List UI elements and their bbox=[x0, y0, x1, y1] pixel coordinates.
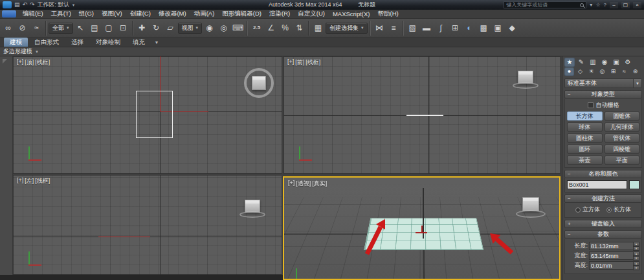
menu-customize[interactable]: 自定义(U) bbox=[294, 10, 329, 18]
ribbon-tab-populate[interactable]: 填充 bbox=[127, 38, 151, 47]
pyramid-button[interactable]: 四棱锥 bbox=[605, 145, 640, 154]
rollout-header[interactable]: − 名称和颜色 bbox=[564, 170, 642, 178]
viewport-layout-tabs[interactable] bbox=[0, 56, 13, 280]
length-field[interactable] bbox=[589, 242, 633, 250]
ribbon-tab-object-paint[interactable]: 对象绘制 bbox=[90, 38, 126, 47]
plane-button[interactable]: 平面 bbox=[605, 156, 640, 165]
mirror-icon[interactable]: ⋈ bbox=[373, 21, 386, 35]
edit-named-sets-icon[interactable]: ▦ bbox=[311, 21, 325, 35]
sphere-button[interactable]: 球体 bbox=[567, 122, 603, 132]
spinner-down-button[interactable]: ▾ bbox=[633, 246, 639, 251]
viewport-menu-shading[interactable]: [线框] bbox=[35, 177, 50, 185]
spinner-up-button[interactable]: ▴ bbox=[633, 242, 639, 246]
systems-category-icon[interactable]: ⊛ bbox=[630, 67, 640, 76]
select-and-move-icon[interactable]: ✚ bbox=[135, 21, 149, 35]
rollout-header[interactable]: + 键盘输入 bbox=[564, 220, 642, 228]
utilities-tab[interactable]: ⚙ bbox=[623, 58, 633, 67]
viewport-menu-view[interactable]: [顶] bbox=[25, 58, 34, 67]
spacewarps-category-icon[interactable]: ≈ bbox=[619, 67, 629, 76]
select-object-icon[interactable]: ↖ bbox=[74, 21, 87, 35]
box-button[interactable]: 长方体 bbox=[567, 111, 603, 121]
object-name-field[interactable] bbox=[567, 180, 627, 189]
render-setup-icon[interactable]: ▩ bbox=[477, 21, 491, 35]
radio-selected-icon[interactable] bbox=[606, 207, 612, 213]
viewport-perspective-active[interactable]: [+] [透视] [真实] bbox=[283, 176, 561, 280]
schematic-view-icon[interactable]: ⊞ bbox=[449, 21, 462, 35]
layout-tab-icon[interactable] bbox=[3, 59, 7, 64]
menu-create[interactable]: 创建(C) bbox=[126, 10, 155, 18]
create-tab[interactable]: ★ bbox=[564, 58, 575, 67]
hierarchy-tab[interactable]: ▥ bbox=[588, 58, 598, 67]
viewport-menu-shading[interactable]: [线框] bbox=[35, 58, 50, 67]
box-object-top-view[interactable] bbox=[136, 91, 173, 138]
viewport-menu-plus[interactable]: [+] bbox=[288, 180, 294, 188]
viewcube[interactable] bbox=[245, 200, 260, 213]
keyboard-override-icon[interactable]: ⌨ bbox=[231, 21, 245, 35]
help-icon[interactable]: ? bbox=[604, 3, 606, 8]
reference-coordinate-dropdown[interactable]: 视图 ▾ bbox=[178, 23, 203, 34]
width-field[interactable] bbox=[589, 251, 633, 260]
viewport-menu-shading[interactable]: [真实] bbox=[312, 180, 327, 188]
curve-editor-icon[interactable]: ∫ bbox=[434, 21, 448, 35]
display-tab[interactable]: ▣ bbox=[611, 58, 621, 67]
favorites-icon[interactable]: ☆ bbox=[595, 3, 600, 8]
ribbon-tab-freeform[interactable]: 自由形式 bbox=[28, 38, 65, 47]
modify-tab[interactable]: ✎ bbox=[576, 58, 586, 67]
viewport-top[interactable]: [+] [顶] [线框] bbox=[13, 56, 282, 174]
box-radio-option[interactable]: 长方体 bbox=[606, 205, 631, 214]
lights-category-icon[interactable]: ☀ bbox=[586, 67, 596, 76]
menu-views[interactable]: 视图(V) bbox=[98, 10, 126, 18]
select-by-name-icon[interactable]: ▤ bbox=[88, 21, 102, 35]
menu-rendering[interactable]: 渲染(R) bbox=[265, 10, 294, 18]
select-and-scale-icon[interactable]: ▱ bbox=[164, 21, 177, 35]
selection-filter-dropdown[interactable]: 全部 ▾ bbox=[49, 23, 73, 34]
ribbon-tab-selection[interactable]: 选择 bbox=[65, 38, 89, 47]
box-object-front-view[interactable] bbox=[406, 115, 443, 116]
teapot-button[interactable]: 茶壶 bbox=[567, 156, 603, 165]
snap-toggle-icon[interactable]: 2.5 bbox=[250, 21, 263, 35]
select-and-rotate-icon[interactable]: ↻ bbox=[150, 21, 163, 35]
spinner-snap-icon[interactable]: ⇅ bbox=[293, 21, 306, 35]
viewport-menu-plus[interactable]: [+] bbox=[17, 58, 23, 67]
torus-button[interactable]: 圆环 bbox=[567, 145, 603, 154]
spinner-up-button[interactable]: ▴ bbox=[633, 251, 639, 256]
viewport-left[interactable]: [+] [左] [线框] bbox=[13, 175, 282, 275]
angle-snap-icon[interactable]: ∠ bbox=[264, 21, 278, 35]
bind-to-space-warp-icon[interactable]: ≈ bbox=[30, 21, 43, 35]
ribbon-tab-modeling[interactable]: 建模 bbox=[4, 38, 28, 47]
menu-graph-editors[interactable]: 图形编辑器(D) bbox=[218, 10, 265, 18]
viewport-menu-view[interactable]: [前] bbox=[295, 58, 304, 67]
geosphere-button[interactable]: 几何球体 bbox=[605, 122, 640, 132]
menu-group[interactable]: 组(G) bbox=[75, 10, 98, 18]
use-pivot-center-icon[interactable]: ◉ bbox=[203, 21, 216, 35]
ribbon-more-icon[interactable]: ▼ bbox=[151, 38, 162, 47]
selection-region-icon[interactable]: ▢ bbox=[102, 21, 116, 35]
height-field[interactable] bbox=[589, 261, 633, 270]
shapes-category-icon[interactable]: ◇ bbox=[575, 67, 585, 76]
rollout-header[interactable]: − 创建方法 bbox=[564, 194, 642, 203]
spinner-down-button[interactable]: ▾ bbox=[633, 266, 639, 270]
object-color-swatch[interactable] bbox=[629, 180, 639, 189]
viewport-menu-plus[interactable]: [+] bbox=[17, 177, 23, 185]
select-and-link-icon[interactable]: ∞ bbox=[1, 21, 15, 35]
percent-snap-icon[interactable]: % bbox=[278, 21, 292, 35]
window-crossing-icon[interactable]: ⊡ bbox=[117, 21, 130, 35]
menu-maxscript[interactable]: MAXScript(X) bbox=[329, 10, 374, 18]
rendered-frame-icon[interactable]: ▣ bbox=[491, 21, 505, 35]
cube-radio-option[interactable]: 立方体 bbox=[575, 205, 600, 214]
motion-tab[interactable]: ◉ bbox=[599, 58, 610, 67]
viewport-menu-plus[interactable]: [+] bbox=[287, 58, 294, 67]
app-menu-button[interactable] bbox=[2, 10, 16, 18]
rollout-header[interactable]: − 对象类型 bbox=[564, 90, 642, 99]
cameras-category-icon[interactable]: ◎ bbox=[597, 67, 607, 76]
select-and-manipulate-icon[interactable]: ◎ bbox=[217, 21, 230, 35]
geometry-category-icon[interactable]: ● bbox=[564, 67, 574, 76]
close-button[interactable]: × bbox=[633, 2, 641, 8]
viewport-menu-view[interactable]: [左] bbox=[25, 177, 34, 185]
rollout-header[interactable]: − 参数 bbox=[564, 230, 642, 239]
box-object-left-view[interactable] bbox=[98, 237, 150, 237]
cylinder-button[interactable]: 圆柱体 bbox=[567, 134, 603, 143]
menu-animation[interactable]: 动画(A) bbox=[190, 10, 219, 18]
track-bar[interactable] bbox=[0, 275, 283, 280]
unlink-selection-icon[interactable]: ⊘ bbox=[16, 21, 29, 35]
